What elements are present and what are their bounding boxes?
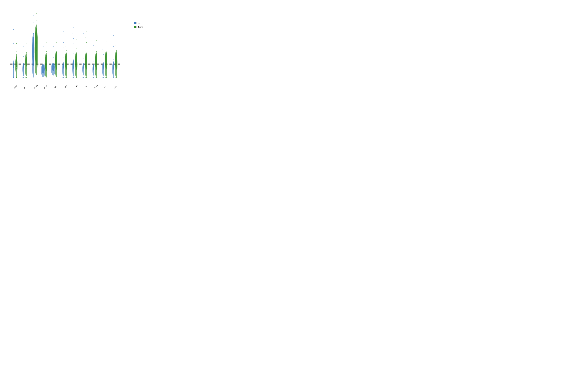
svg-point-4: [13, 29, 14, 30]
svg-point-93: [36, 51, 36, 52]
svg-point-132: [53, 46, 54, 47]
svg-point-209: [76, 66, 76, 66]
chart-title: [0, 0, 147, 3]
svg-point-282: [103, 71, 104, 72]
svg-point-39: [23, 60, 23, 60]
svg-point-285: [106, 41, 106, 42]
svg-point-206: [76, 57, 76, 57]
svg-point-73: [33, 37, 34, 38]
svg-point-254: [93, 70, 94, 70]
svg-point-305: [113, 56, 113, 56]
svg-point-176: [66, 59, 66, 59]
svg-point-290: [106, 63, 106, 63]
svg-point-121: [46, 63, 47, 64]
svg-point-249: [93, 52, 93, 52]
svg-point-240: [86, 69, 86, 69]
svg-point-133: [53, 52, 53, 53]
y-tick: 6: [9, 36, 9, 37]
svg-point-92: [36, 47, 36, 48]
svg-point-54: [26, 60, 26, 60]
svg-point-189: [73, 38, 74, 39]
y-tick: 8: [9, 21, 9, 23]
svg-point-231: [86, 31, 86, 32]
violin-chart-svg: [10, 7, 120, 81]
svg-point-95: [36, 50, 36, 51]
svg-point-151: [56, 72, 56, 73]
svg-point-294: [106, 72, 106, 73]
svg-point-113: [43, 68, 43, 68]
legend-label: Tumor: [138, 22, 143, 24]
svg-point-36: [23, 46, 24, 47]
svg-point-91: [36, 43, 37, 44]
svg-point-169: [63, 72, 64, 73]
svg-point-315: [116, 45, 116, 46]
svg-point-122: [46, 66, 46, 66]
svg-point-253: [93, 67, 94, 67]
svg-point-228: [83, 71, 83, 72]
svg-point-293: [106, 70, 106, 70]
svg-point-277: [103, 59, 104, 59]
y-tick-labels: 1086420: [6, 7, 9, 81]
svg-point-74: [33, 41, 33, 42]
y-tick: 0: [9, 79, 9, 81]
svg-point-28: [16, 71, 17, 71]
svg-point-7: [13, 55, 14, 55]
svg-point-135: [53, 62, 53, 62]
svg-point-11: [13, 67, 14, 67]
svg-point-217: [83, 62, 84, 70]
svg-point-145: [56, 58, 56, 58]
svg-point-89: [36, 36, 36, 36]
svg-point-226: [83, 67, 84, 67]
svg-point-88: [36, 32, 36, 33]
svg-point-205: [76, 53, 77, 53]
svg-point-194: [73, 60, 73, 60]
svg-point-40: [23, 63, 23, 63]
svg-point-224: [83, 61, 83, 62]
svg-point-173: [66, 46, 66, 47]
svg-point-262: [96, 60, 96, 60]
svg-point-35: [23, 63, 24, 69]
svg-point-79: [33, 60, 34, 60]
svg-point-138: [53, 68, 53, 69]
svg-point-158: [63, 31, 64, 32]
svg-point-60: [26, 73, 26, 73]
svg-point-46: [23, 73, 23, 74]
svg-point-258: [96, 40, 96, 41]
svg-point-316: [116, 50, 117, 51]
svg-point-20: [16, 51, 17, 52]
svg-point-136: [53, 65, 53, 65]
svg-point-323: [116, 71, 116, 72]
svg-point-80: [33, 64, 33, 64]
svg-point-137: [53, 67, 53, 67]
svg-point-148: [56, 65, 56, 66]
legend-item: Tumor: [134, 22, 143, 24]
svg-point-108: [43, 52, 43, 52]
svg-point-123: [46, 68, 46, 69]
svg-point-24: [16, 63, 17, 63]
svg-point-43: [23, 68, 23, 68]
svg-point-57: [26, 67, 26, 67]
svg-point-223: [83, 58, 84, 58]
svg-point-186: [73, 59, 74, 70]
svg-point-21: [17, 54, 17, 54]
svg-point-202: [76, 39, 77, 40]
svg-point-180: [66, 70, 67, 70]
x-axis-label: HNSC: [41, 83, 50, 91]
svg-point-314: [116, 40, 116, 40]
y-tick: 4: [9, 50, 9, 52]
svg-point-149: [56, 67, 56, 67]
svg-point-210: [76, 68, 77, 69]
svg-point-248: [93, 45, 94, 46]
svg-point-78: [33, 56, 34, 57]
svg-point-233: [86, 42, 86, 43]
svg-point-147: [56, 63, 57, 64]
svg-point-287: [106, 52, 107, 52]
svg-point-267: [96, 72, 96, 73]
svg-point-10: [13, 65, 13, 66]
svg-point-71: [33, 29, 34, 30]
svg-point-227: [83, 69, 83, 69]
svg-point-112: [43, 66, 43, 66]
svg-point-19: [16, 43, 17, 44]
svg-point-265: [96, 67, 96, 67]
svg-point-280: [103, 67, 104, 68]
